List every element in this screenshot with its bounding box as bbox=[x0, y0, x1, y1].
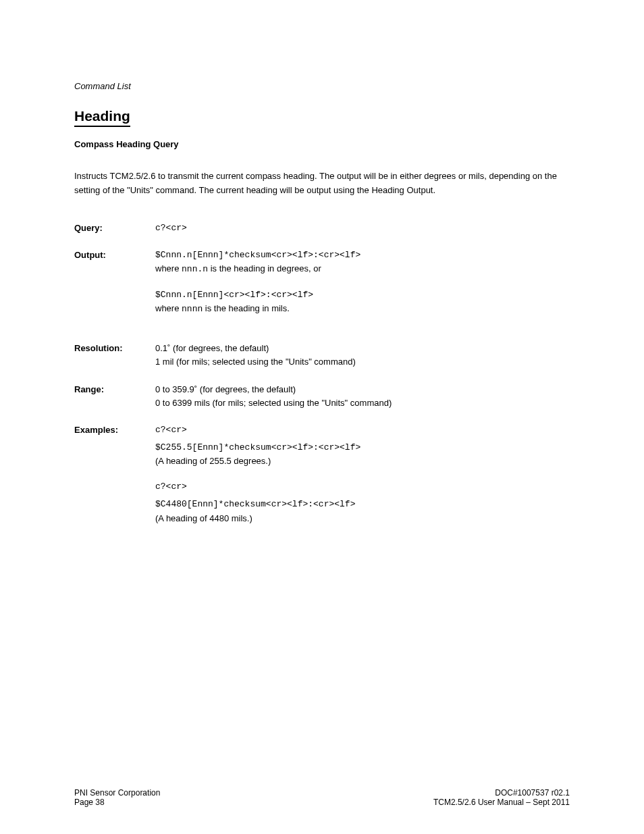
range-row: Range: 0 to 359.9 (for degrees, the defa… bbox=[74, 383, 570, 410]
query-label: Query: bbox=[74, 221, 155, 235]
output-desc2-prefix: where bbox=[155, 303, 182, 313]
example1-cmd: c?<cr> bbox=[155, 423, 570, 437]
range-degrees-value: 0 to 359.9 bbox=[155, 384, 194, 394]
output-label: Output: bbox=[74, 249, 155, 329]
range-value: 0 to 359.9 (for degrees, the default) 0 … bbox=[155, 383, 570, 410]
degree-icon bbox=[167, 343, 170, 353]
range-degrees: 0 to 359.9 (for degrees, the default) bbox=[155, 383, 570, 396]
resolution-degrees-value: 0.1 bbox=[155, 343, 167, 353]
example2-cmd: c?<cr> bbox=[155, 480, 570, 494]
footer-left: PNI Sensor Corporation Page 38 bbox=[74, 788, 160, 807]
example2-resp: $C4480[Ennn]*checksum<cr><lf>:<cr><lf> bbox=[155, 498, 570, 511]
examples-row: Examples: c?<cr> $C255.5[Ennn]*checksum<… bbox=[74, 423, 570, 538]
output-desc1-mono: nnn.n bbox=[182, 264, 208, 274]
examples-value: c?<cr> $C255.5[Ennn]*checksum<cr><lf>:<c… bbox=[155, 423, 570, 538]
output-row: Output: $Cnnn.n[Ennn]*checksum<cr><lf>:<… bbox=[74, 249, 570, 329]
resolution-row: Resolution: 0.1 (for degrees, the defaul… bbox=[74, 342, 570, 369]
output-desc1-prefix: where bbox=[155, 263, 182, 273]
examples-label: Examples: bbox=[74, 423, 155, 538]
footer-right: DOC#1007537 r02.1 TCM2.5/2.6 User Manual… bbox=[433, 788, 570, 807]
section-title-wrap: Heading bbox=[74, 108, 570, 139]
range-mils: 0 to 6399 mils (for mils; selected using… bbox=[155, 396, 570, 410]
output-desc2-mono: nnnn bbox=[182, 304, 203, 314]
example1-desc: (A heading of 255.5 degrees.) bbox=[155, 454, 570, 468]
output-value: $Cnnn.n[Ennn]*checksum<cr><lf>:<cr><lf> … bbox=[155, 249, 570, 329]
footer-doc: DOC#1007537 r02.1 bbox=[433, 788, 570, 798]
footer-page: Page 38 bbox=[74, 798, 160, 807]
page-container: Command List Heading Compass Heading Que… bbox=[0, 0, 644, 834]
resolution-mils: 1 mil (for mils; selected using the "Uni… bbox=[155, 355, 570, 369]
output-desc1-suffix: is the heading in degrees, or bbox=[208, 263, 321, 273]
resolution-degrees-note: (for degrees, the default) bbox=[173, 343, 269, 353]
range-degrees-note: (for degrees, the default) bbox=[200, 384, 296, 394]
page-header: Command List bbox=[74, 81, 570, 91]
range-label: Range: bbox=[74, 383, 155, 410]
footer-product: PNI Sensor Corporation bbox=[74, 788, 160, 798]
section-title: Heading bbox=[74, 108, 130, 127]
page-footer: PNI Sensor Corporation Page 38 DOC#10075… bbox=[74, 788, 570, 807]
query-row: Query: c?<cr> bbox=[74, 221, 570, 235]
output-line2: $Cnnn.n[Ennn]<cr><lf>:<cr><lf> bbox=[155, 288, 570, 302]
query-value: c?<cr> bbox=[155, 221, 570, 235]
output-desc2-suffix: is the heading in mils. bbox=[203, 303, 290, 313]
intro-paragraph: Instructs TCM2.5/2.6 to transmit the cur… bbox=[74, 170, 570, 198]
example2-desc: (A heading of 4480 mils.) bbox=[155, 512, 570, 525]
output-desc1: where nnn.n is the heading in degrees, o… bbox=[155, 262, 570, 276]
section-subtitle: Compass Heading Query bbox=[74, 139, 570, 149]
resolution-degrees: 0.1 (for degrees, the default) bbox=[155, 342, 570, 355]
resolution-value: 0.1 (for degrees, the default) 1 mil (fo… bbox=[155, 342, 570, 369]
example1-resp: $C255.5[Ennn]*checksum<cr><lf>:<cr><lf> bbox=[155, 441, 570, 454]
output-line1: $Cnnn.n[Ennn]*checksum<cr><lf>:<cr><lf> bbox=[155, 249, 570, 262]
output-desc2: where nnnn is the heading in mils. bbox=[155, 302, 570, 316]
footer-manual: TCM2.5/2.6 User Manual – Sept 2011 bbox=[433, 798, 570, 807]
resolution-label: Resolution: bbox=[74, 342, 155, 369]
degree-icon bbox=[194, 384, 197, 394]
